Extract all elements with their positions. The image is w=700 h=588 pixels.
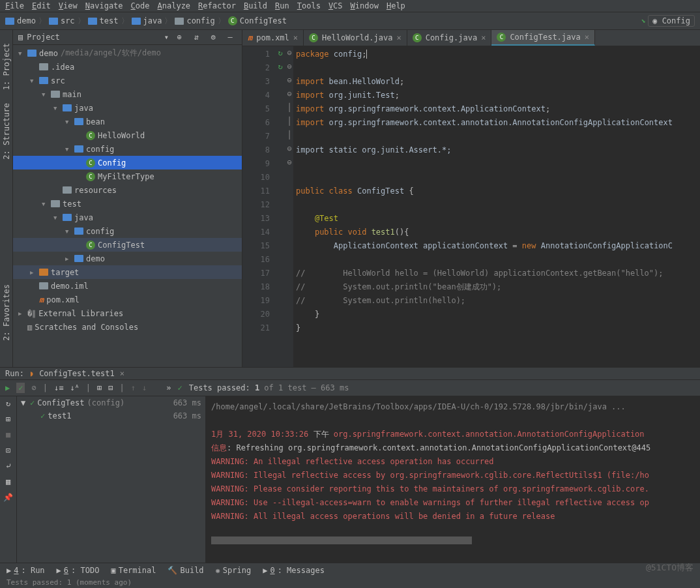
menu-help[interactable]: Help xyxy=(386,1,405,10)
menu-analyze[interactable]: Analyze xyxy=(158,1,191,10)
collapse-icon[interactable]: ⇵ xyxy=(190,33,203,42)
tree-item-config[interactable]: ▼config xyxy=(13,142,242,156)
breadcrumb-item[interactable]: java xyxy=(132,16,162,25)
close-icon[interactable]: × xyxy=(585,33,589,42)
editor-tab-helloworld-java[interactable]: CHelloWorld.java× xyxy=(304,30,407,46)
structure-tool-tab[interactable]: 2: Structure xyxy=(2,103,11,160)
menu-tools[interactable]: Tools xyxy=(297,1,321,10)
editor-tab-pom-xml[interactable]: mpom.xml× xyxy=(242,30,304,46)
line-numbers: 123456789101112131415161718192021 xyxy=(242,46,275,367)
collapse-icon[interactable]: ⊟ xyxy=(108,383,113,392)
tree-item-demo-iml[interactable]: demo.iml xyxy=(13,279,242,293)
gear-icon[interactable]: ⚙ xyxy=(207,33,220,42)
breadcrumb-item[interactable]: demo xyxy=(5,16,36,25)
tree-item-bean[interactable]: ▼bean xyxy=(13,115,242,128)
breadcrumb-item[interactable]: config xyxy=(175,16,214,25)
tree-item-java[interactable]: ▼java xyxy=(13,101,242,115)
tests-passed-text: Tests passed: 1 of 1 test – 663 ms xyxy=(189,383,349,392)
hammer-icon[interactable]: ⬊ xyxy=(641,16,645,25)
breadcrumb-item[interactable]: CConfigTest xyxy=(228,16,287,25)
tree-item-resources[interactable]: resources xyxy=(13,183,242,197)
console-output[interactable]: /home/angel/.local/share/JetBrains/Toolb… xyxy=(206,396,700,563)
status-item[interactable]: ▶ 4: Run xyxy=(7,566,45,575)
rerun-icon[interactable]: ▶ xyxy=(5,383,10,392)
fold-gutter[interactable]: ⊖⊖⊖⊖│││⊖⊖ xyxy=(285,46,293,367)
status-item[interactable]: ▶ 0: Messages xyxy=(263,566,325,575)
tree-item--idea[interactable]: .idea xyxy=(13,60,242,74)
menu-build[interactable]: Build xyxy=(244,1,267,10)
editor-tab-config-java[interactable]: CConfig.java× xyxy=(407,30,492,46)
run-panel: Run: ◗ ConfigTest.test1 × ▶ ✓ ⊘ | ↓≡ ↓ᴬ … xyxy=(0,367,700,563)
tree-item-src[interactable]: ▼src xyxy=(13,74,242,87)
tree-item-external-libraries[interactable]: ▶�∥External Libraries xyxy=(13,306,242,320)
tree-item-config[interactable]: ▼config xyxy=(13,224,242,238)
tree-item-scratches-and-consoles[interactable]: ▥Scratches and Consoles xyxy=(13,320,242,334)
menu-edit[interactable]: Edit xyxy=(32,1,51,10)
menubar: FileEditViewNavigateCodeAnalyzeRefactorB… xyxy=(0,0,700,12)
close-icon[interactable]: × xyxy=(481,33,486,42)
tree-item-helloworld[interactable]: CHelloWorld xyxy=(13,128,242,142)
sort-icon[interactable]: ↓≡ xyxy=(54,383,63,392)
hide-icon[interactable]: — xyxy=(224,33,237,42)
test-config-icon: ◗ xyxy=(29,369,34,378)
tree-item-java[interactable]: ▼java xyxy=(13,211,242,224)
rerun-failed-icon[interactable]: ↻ xyxy=(6,399,10,408)
down-icon[interactable]: ↓ xyxy=(142,383,147,392)
export-icon[interactable]: ⊡ xyxy=(6,446,10,455)
toggle-icon[interactable]: ⊞ xyxy=(6,415,10,424)
tree-item-demo[interactable]: ▼demo /media/angel/软件/demo xyxy=(13,46,242,60)
breadcrumb-item[interactable]: src xyxy=(49,16,75,25)
locate-icon[interactable]: ⊕ xyxy=(173,33,186,42)
tree-item-test[interactable]: ▼test xyxy=(13,197,242,211)
expand-icon[interactable]: ⊞ xyxy=(97,383,102,392)
favorites-tool-tab[interactable]: 2: Favorites xyxy=(2,284,11,341)
project-title: Project xyxy=(27,33,160,42)
import-icon[interactable]: ⤶ xyxy=(5,462,12,471)
test-row-configtest[interactable]: ▼✓ ConfigTest (config)663 ms xyxy=(17,396,205,409)
menu-view[interactable]: View xyxy=(59,1,78,10)
gutter-marks: ↻↻ xyxy=(275,46,285,367)
tree-item-myfiltertype[interactable]: CMyFilterType xyxy=(13,169,242,183)
close-icon[interactable]: × xyxy=(396,33,401,42)
run-header: Run: ◗ ConfigTest.test1 × xyxy=(0,368,700,380)
menu-vcs[interactable]: VCS xyxy=(328,1,343,10)
close-icon[interactable]: × xyxy=(120,369,124,378)
tree-item-configtest[interactable]: CConfigTest xyxy=(13,238,242,252)
show-ignored-icon[interactable]: ⊘ xyxy=(31,383,36,392)
run-side-toolbar: ↻ ⊞ ■ ⊡ ⤶ ▦ 📌 xyxy=(0,396,17,563)
breadcrumb-item[interactable]: test xyxy=(88,16,119,25)
close-icon[interactable]: × xyxy=(293,33,298,42)
status-item[interactable]: ▣Terminal xyxy=(111,566,156,575)
project-tool-tab[interactable]: 1: Project xyxy=(2,43,11,90)
menu-file[interactable]: File xyxy=(5,1,24,10)
up-icon[interactable]: ↑ xyxy=(131,383,136,392)
tree-item-target[interactable]: ▶target xyxy=(13,265,242,279)
stop-icon[interactable]: ■ xyxy=(6,430,10,439)
menu-refactor[interactable]: Refactor xyxy=(198,1,236,10)
status-item[interactable]: ▶ 6: TODO xyxy=(57,566,100,575)
show-passed-icon[interactable]: ✓ xyxy=(16,383,25,393)
tree-item-demo[interactable]: ▶demo xyxy=(13,252,242,265)
code-editor[interactable]: package config; import bean.HelloWorld;i… xyxy=(293,46,700,367)
run-toolbar: ▶ ✓ ⊘ | ↓≡ ↓ᴬ | ⊞ ⊟ | ↑ ↓ » ✓ Tests pass… xyxy=(0,380,700,396)
tree-item-config[interactable]: CConfig xyxy=(13,156,242,169)
status-message: Tests passed: 1 (moments ago) xyxy=(0,577,700,588)
watermark: @51CTO博客 xyxy=(646,562,693,574)
dropdown-icon[interactable]: ▾ xyxy=(164,33,169,42)
sort-alpha-icon[interactable]: ↓ᴬ xyxy=(70,383,79,392)
editor-tab-configtest-java[interactable]: CConfigTest.java× xyxy=(491,30,595,46)
status-item[interactable]: 🔨Build xyxy=(168,566,203,575)
test-row-test1[interactable]: ✓ test1 663 ms xyxy=(17,409,205,422)
tree-item-main[interactable]: ▼main xyxy=(13,87,242,101)
tree-item-pom-xml[interactable]: mpom.xml xyxy=(13,293,242,306)
run-config[interactable]: ◉ Config xyxy=(648,15,695,27)
project-tree[interactable]: ▼demo /media/angel/软件/demo.idea▼src▼main… xyxy=(13,45,242,367)
menu-run[interactable]: Run xyxy=(275,1,289,10)
test-tree[interactable]: ▼✓ ConfigTest (config)663 ms✓ test1 663 … xyxy=(17,396,206,563)
menu-code[interactable]: Code xyxy=(131,1,150,10)
layout-icon[interactable]: ▦ xyxy=(6,477,10,486)
menu-navigate[interactable]: Navigate xyxy=(85,1,123,10)
menu-window[interactable]: Window xyxy=(351,1,379,10)
pin-icon[interactable]: 📌 xyxy=(3,493,13,502)
status-item[interactable]: ❋Spring xyxy=(216,566,252,575)
